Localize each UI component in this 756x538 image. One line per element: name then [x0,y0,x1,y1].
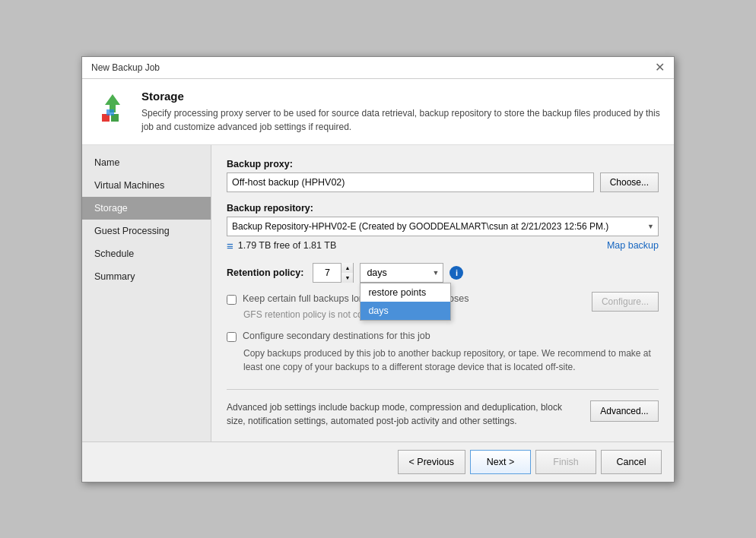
title-bar: New Backup Job ✕ [82,57,674,79]
database-icon: ≡ [227,239,233,252]
cancel-button[interactable]: Cancel [601,450,662,474]
storage-info: ≡ 1.79 TB free of 1.81 TB Map backup [227,239,659,252]
secondary-destinations-label: Configure secondary destinations for thi… [243,331,430,341]
close-button[interactable]: ✕ [655,62,665,74]
backup-repository-select-wrapper: Backup Repository-HPHV02-E (Created by G… [227,217,659,236]
sidebar-item-summary[interactable]: Summary [82,265,211,288]
backup-proxy-input[interactable] [227,172,594,192]
retention-spinner: ▲ ▼ [313,263,354,283]
advanced-button[interactable]: Advanced... [590,400,659,422]
backup-repository-row: Backup Repository-HPHV02-E (Created by G… [227,217,659,236]
dialog: New Backup Job ✕ Storage Specify process… [81,56,675,483]
retention-value-input[interactable] [313,264,341,282]
info-icon: i [449,266,463,280]
secondary-destinations-row: Configure secondary destinations for thi… [227,331,659,342]
spinner-up-button[interactable]: ▲ [341,263,353,273]
sidebar: Name Virtual Machines Storage Guest Proc… [82,145,211,441]
finish-button[interactable]: Finish [535,450,596,474]
retention-policy-label: Retention policy: [227,267,303,278]
backup-proxy-choose-button[interactable]: Choose... [600,172,659,192]
header-text: Storage Specify processing proxy server … [141,90,662,134]
retention-policy-row: Retention policy: ▲ ▼ restore points day… [227,263,659,283]
previous-button[interactable]: < Previous [398,450,465,474]
header-title: Storage [141,90,662,103]
advanced-section: Advanced job settings include backup mod… [227,389,659,428]
keep-full-backups-checkbox[interactable] [227,295,237,305]
spinner-buttons: ▲ ▼ [341,263,353,283]
secondary-destinations-checkbox[interactable] [227,332,237,342]
backup-proxy-label: Backup proxy: [227,159,659,169]
configure-button[interactable]: Configure... [592,292,659,312]
svg-rect-3 [106,109,114,116]
veeam-icon [94,90,131,126]
next-button[interactable]: Next > [470,450,531,474]
storage-free-text: 1.79 TB free of 1.81 TB [238,240,336,251]
advanced-text: Advanced job settings include backup mod… [227,400,581,428]
dropdown-item-days[interactable]: days [361,302,450,320]
map-backup-link[interactable]: Map backup [607,240,659,251]
dialog-title: New Backup Job [91,62,160,73]
header-description: Specify processing proxy server to be us… [141,106,662,134]
sidebar-item-virtual-machines[interactable]: Virtual Machines [82,174,211,197]
spinner-down-button[interactable]: ▼ [341,273,353,283]
sidebar-item-storage[interactable]: Storage [82,197,211,220]
sidebar-item-schedule[interactable]: Schedule [82,242,211,265]
body: Name Virtual Machines Storage Guest Proc… [82,145,674,441]
backup-proxy-row: Choose... [227,172,659,192]
retention-dropdown-popup: restore points days [360,283,451,321]
sidebar-item-guest-processing[interactable]: Guest Processing [82,220,211,242]
dropdown-item-restore-points[interactable]: restore points [361,283,450,302]
secondary-destinations-section: Configure secondary destinations for thi… [227,331,659,374]
header: Storage Specify processing proxy server … [82,79,674,145]
backup-repository-label: Backup repository: [227,203,659,214]
backup-repository-select[interactable]: Backup Repository-HPHV02-E (Created by G… [227,217,659,236]
secondary-destinations-desc: Copy backups produced by this job to ano… [243,347,659,374]
retention-unit-wrapper: restore points days ▼ restore points day… [360,263,443,283]
sidebar-item-name[interactable]: Name [82,151,211,174]
main-content: Backup proxy: Choose... Backup repositor… [211,145,674,441]
retention-unit-select[interactable]: restore points days [360,263,443,283]
footer: < Previous Next > Finish Cancel [82,441,674,482]
